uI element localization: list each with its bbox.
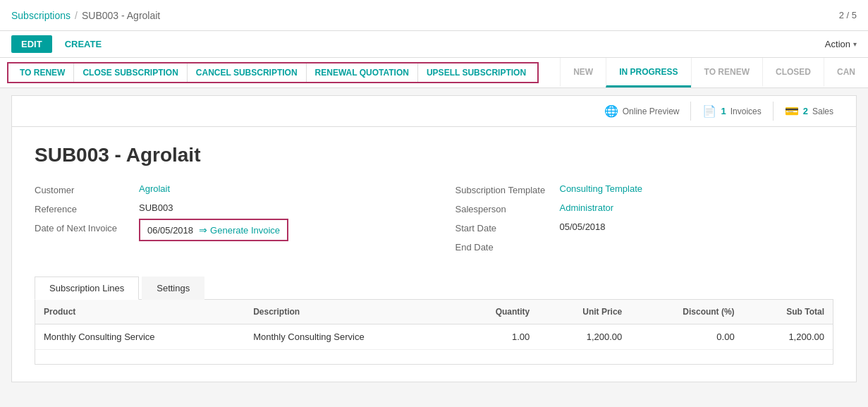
upsell-subscription-button[interactable]: UPSELL SUBSCRIPTION [418, 63, 534, 82]
online-preview-item[interactable]: 🌐 Online Preview [593, 102, 691, 121]
subscription-template-label: Subscription Template [456, 183, 554, 195]
main-card: SUB003 - Agrolait Customer Agrolait Refe… [11, 127, 857, 382]
renewal-quotation-button[interactable]: RENEWAL QUOTATION [307, 63, 418, 82]
customer-field-row: Customer Agrolait [35, 183, 413, 195]
close-subscription-button[interactable]: CLOSE SUBSCRIPTION [74, 63, 187, 82]
cell-sub-total: 1,200.00 [743, 324, 833, 350]
top-bar: Subscriptions / SUB003 - Agrolait 2 / 5 [0, 0, 868, 31]
tab-content: Product Description Quantity Unit Price … [35, 300, 833, 365]
breadcrumb-parent[interactable]: Subscriptions [11, 10, 71, 21]
date-next-invoice-label: Date of Next Invoice [35, 221, 133, 233]
fields-grid: Customer Agrolait Reference SUB003 Date … [35, 183, 833, 260]
globe-icon: 🌐 [604, 104, 618, 118]
invoices-count: 1 [721, 106, 726, 116]
table-row: Monthly Consulting Service Monthly Consu… [35, 324, 833, 350]
breadcrumb-separator: / [75, 10, 78, 21]
sales-label: Sales [812, 107, 833, 116]
cell-quantity: 1.00 [454, 324, 538, 350]
tabs-bar: Subscription Lines Settings [35, 277, 833, 300]
generate-invoice-label: Generate Invoice [210, 225, 280, 236]
action-dropdown-arrow: ▾ [853, 40, 857, 48]
col-header-description: Description [245, 300, 454, 324]
reference-field-row: Reference SUB003 [35, 202, 413, 214]
sales-icon: 💳 [785, 104, 799, 118]
edit-button[interactable]: EDIT [11, 35, 52, 53]
action-bar: EDIT CREATE Action ▾ [0, 31, 868, 58]
fields-left: Customer Agrolait Reference SUB003 Date … [35, 183, 413, 260]
cancel-subscription-button[interactable]: CANCEL SUBSCRIPTION [188, 63, 307, 82]
create-button[interactable]: CREATE [58, 35, 109, 53]
info-bar: 🌐 Online Preview 📄 1 Invoices 💳 2 Sales [11, 95, 857, 127]
table-header-row: Product Description Quantity Unit Price … [35, 300, 833, 324]
start-date-label: Start Date [456, 221, 554, 233]
start-date-field-row: Start Date 05/05/2018 [456, 221, 834, 233]
col-header-product: Product [35, 300, 245, 324]
reference-value: SUB003 [139, 202, 173, 213]
status-step-new[interactable]: NEW [560, 58, 606, 87]
status-step-in-progress[interactable]: IN PROGRESS [606, 58, 690, 87]
customer-label: Customer [35, 183, 133, 195]
end-date-field-row: End Date [456, 241, 834, 253]
cell-description: Monthly Consulting Service [245, 324, 454, 350]
invoice-icon: 📄 [702, 104, 716, 118]
tab-subscription-lines[interactable]: Subscription Lines [35, 277, 139, 300]
status-step-closed[interactable]: CLOSED [762, 58, 824, 87]
col-header-discount: Discount (%) [630, 300, 742, 324]
end-date-label: End Date [456, 241, 554, 253]
record-title: SUB003 - Agrolait [35, 144, 833, 166]
subscription-template-value[interactable]: Consulting Template [560, 183, 643, 194]
cell-product: Monthly Consulting Service [35, 324, 245, 350]
sales-item[interactable]: 💳 2 Sales [773, 102, 845, 121]
content-wrapper: 🌐 Online Preview 📄 1 Invoices 💳 2 Sales … [0, 88, 868, 389]
to-renew-button[interactable]: TO RENEW [11, 63, 74, 82]
customer-value[interactable]: Agrolait [139, 183, 170, 194]
online-preview-label: Online Preview [623, 107, 680, 116]
invoices-item[interactable]: 📄 1 Invoices [690, 102, 772, 121]
status-step-to-renew[interactable]: TO RENEW [691, 58, 762, 87]
col-header-unit-price: Unit Price [538, 300, 630, 324]
action-buttons-area: TO RENEW CLOSE SUBSCRIPTION CANCEL SUBSC… [7, 62, 539, 83]
fields-right: Subscription Template Consulting Templat… [456, 183, 834, 260]
col-header-sub-total: Sub Total [743, 300, 833, 324]
salesperson-field-row: Salesperson Administrator [456, 202, 834, 214]
action-dropdown[interactable]: Action ▾ [825, 39, 857, 49]
salesperson-label: Salesperson [456, 202, 554, 214]
date-next-invoice-value: 06/05/2018 [147, 225, 193, 236]
tab-settings[interactable]: Settings [142, 277, 204, 300]
generate-invoice-link[interactable]: ⇒ Generate Invoice [199, 224, 280, 236]
salesperson-value[interactable]: Administrator [560, 202, 614, 213]
breadcrumb: Subscriptions / SUB003 - Agrolait [11, 10, 160, 21]
sales-count: 2 [803, 106, 808, 116]
subscription-template-field-row: Subscription Template Consulting Templat… [456, 183, 834, 195]
cell-discount: 0.00 [630, 324, 742, 350]
date-next-invoice-highlighted: 06/05/2018 ⇒ Generate Invoice [139, 219, 288, 241]
invoices-label: Invoices [731, 107, 762, 116]
cell-unit-price: 1,200.00 [538, 324, 630, 350]
status-bar: TO RENEW CLOSE SUBSCRIPTION CANCEL SUBSC… [0, 58, 868, 88]
col-header-quantity: Quantity [454, 300, 538, 324]
reference-label: Reference [35, 202, 133, 214]
arrow-right-icon: ⇒ [199, 224, 207, 236]
pagination: 2 / 5 [839, 10, 857, 20]
date-next-invoice-field-row: Date of Next Invoice 06/05/2018 ⇒ Genera… [35, 221, 413, 241]
status-steps: NEW IN PROGRESS TO RENEW CLOSED CAN [560, 58, 868, 87]
breadcrumb-current: SUB003 - Agrolait [82, 10, 160, 21]
start-date-value: 05/05/2018 [560, 221, 606, 232]
status-step-can[interactable]: CAN [824, 58, 868, 87]
action-label: Action [825, 39, 850, 49]
subscription-lines-table: Product Description Quantity Unit Price … [35, 300, 833, 350]
